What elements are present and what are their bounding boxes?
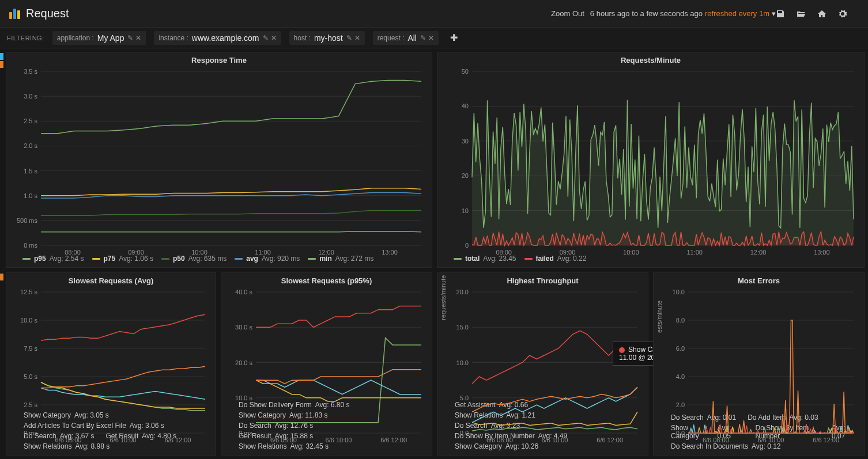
close-icon[interactable]: ✕ <box>354 34 360 42</box>
svg-text:20.0 s: 20.0 s <box>235 359 252 366</box>
filter-key: host : <box>294 34 311 42</box>
panel-slowest-p95: Slowest Requests (p95%) 0 ms10.0 s20.0 s… <box>221 272 432 456</box>
gear-icon[interactable] <box>838 9 859 18</box>
save-icon[interactable] <box>776 9 797 18</box>
svg-text:08:00: 08:00 <box>496 249 512 256</box>
svg-text:30: 30 <box>462 138 469 145</box>
legend-swatch <box>161 258 169 260</box>
page-title: Request <box>26 7 69 20</box>
svg-text:3.5 s: 3.5 s <box>24 68 37 75</box>
edit-icon[interactable]: ✎ <box>263 34 269 42</box>
refresh-interval-label: refreshed every 1m <box>705 9 769 18</box>
svg-text:6/6 12:00: 6/6 12:00 <box>380 437 407 443</box>
chart[interactable]: 0 ms10.0 s20.0 s30.0 s40.0 s6/6 08:006/6… <box>227 289 426 396</box>
legend-swatch <box>235 258 243 260</box>
svg-text:11:00: 11:00 <box>255 249 271 256</box>
filter-key: application : <box>57 34 94 42</box>
folder-open-icon[interactable] <box>797 9 817 18</box>
svg-text:6/6 08:00: 6/6 08:00 <box>270 437 297 443</box>
y-axis-label: requests/minute <box>440 275 447 320</box>
filter-label: FILTERING: <box>7 35 44 41</box>
legend-swatch <box>524 258 533 260</box>
filter-pill[interactable]: instance : www.example.com ✎✕ <box>154 31 281 45</box>
svg-text:40.0 s: 40.0 s <box>235 289 252 295</box>
svg-text:12:00: 12:00 <box>318 249 334 256</box>
filter-bar: FILTERING: application : My App ✎✕instan… <box>0 28 868 48</box>
chart[interactable]: 0 ms500 ms1.0 s1.5 s2.0 s2.5 s3.0 s3.5 s… <box>12 68 426 250</box>
svg-text:20: 20 <box>462 172 469 179</box>
row-handle[interactable] <box>0 61 3 68</box>
svg-text:09:00: 09:00 <box>128 249 144 256</box>
svg-text:08:00: 08:00 <box>65 249 81 256</box>
svg-text:4.0: 4.0 <box>676 373 685 380</box>
filter-key: instance : <box>158 34 188 42</box>
svg-text:09:00: 09:00 <box>560 249 576 256</box>
topbar: Request Zoom Out 6 hours ago to a few se… <box>0 0 868 28</box>
legend-swatch <box>454 258 462 260</box>
panel-title: Requests/Minute <box>437 52 864 66</box>
svg-text:0.0: 0.0 <box>676 430 685 437</box>
svg-text:3.0 s: 3.0 s <box>24 93 37 100</box>
svg-text:10:00: 10:00 <box>191 249 207 256</box>
svg-text:2.5 s: 2.5 s <box>24 401 37 408</box>
chart[interactable]: 0102030405008:0009:0010:0011:0012:0013:0… <box>443 68 858 250</box>
legend-swatch <box>308 258 316 260</box>
svg-text:50: 50 <box>462 68 469 75</box>
svg-text:6/6 08:00: 6/6 08:00 <box>486 437 513 443</box>
svg-text:10.0 s: 10.0 s <box>20 317 37 324</box>
filter-key: request : <box>378 34 405 42</box>
filter-value: All <box>407 33 417 43</box>
row-handle[interactable] <box>0 274 3 280</box>
svg-text:0 ms: 0 ms <box>24 242 37 249</box>
svg-text:0: 0 <box>465 242 469 249</box>
filter-pill[interactable]: application : My App ✎✕ <box>52 31 146 45</box>
svg-text:2.5 s: 2.5 s <box>24 117 37 124</box>
home-icon[interactable] <box>817 9 838 18</box>
svg-text:6/6 10:00: 6/6 10:00 <box>110 437 137 443</box>
panel-errors: Most Errors 0.02.04.06.08.010.06/6 08:00… <box>653 272 865 456</box>
add-filter-button[interactable]: ✚ <box>447 32 461 43</box>
close-icon[interactable]: ✕ <box>271 34 277 42</box>
svg-text:1.5 s: 1.5 s <box>24 168 37 175</box>
svg-text:1.0 s: 1.0 s <box>24 192 37 199</box>
chart[interactable]: 0.02.04.06.08.010.06/6 08:006/6 10:006/6… <box>659 289 858 409</box>
close-icon[interactable]: ✕ <box>135 34 141 42</box>
panel-title: Response Time <box>6 52 432 66</box>
filter-pill[interactable]: host : my-host ✎✕ <box>289 31 365 45</box>
svg-text:15.0: 15.0 <box>456 324 469 331</box>
dashboard: Response Time 0 ms500 ms1.0 s1.5 s2.0 s2… <box>0 48 868 459</box>
svg-text:7.5 s: 7.5 s <box>24 345 37 352</box>
legend-swatch <box>22 258 31 260</box>
chevron-down-icon: ▾ <box>772 9 776 18</box>
chart[interactable]: 0 ms2.5 s5.0 s7.5 s10.0 s12.5 s6/6 08:00… <box>12 289 210 407</box>
legend-swatch <box>92 258 100 260</box>
svg-text:10: 10 <box>462 207 469 214</box>
panel-throughput: Highest Throughput 0.05.010.015.020.06/6… <box>437 272 648 456</box>
svg-text:40: 40 <box>462 103 469 109</box>
svg-text:0 ms: 0 ms <box>239 430 252 437</box>
filter-pill[interactable]: request : All ✎✕ <box>373 31 439 45</box>
logo-icon[interactable] <box>9 9 20 19</box>
row-handle[interactable] <box>0 53 3 60</box>
svg-text:11:00: 11:00 <box>686 249 703 256</box>
time-picker[interactable]: 6 hours ago to a few seconds ago refresh… <box>590 9 776 18</box>
zoom-out-button[interactable]: Zoom Out <box>545 6 590 21</box>
filter-value: www.example.com <box>192 33 259 43</box>
panel-title: Most Errors <box>654 273 864 286</box>
svg-text:6/6 10:00: 6/6 10:00 <box>542 437 568 443</box>
svg-text:10.0: 10.0 <box>673 289 685 295</box>
svg-text:6/6 10:00: 6/6 10:00 <box>326 437 352 443</box>
filter-value: my-host <box>314 33 343 43</box>
svg-text:10:00: 10:00 <box>623 249 639 256</box>
filter-value: My App <box>97 33 124 43</box>
close-icon[interactable]: ✕ <box>428 34 434 42</box>
chart[interactable]: 0.05.010.015.020.06/6 08:006/6 10:006/6 … <box>443 289 642 396</box>
panel-title: Slowest Requests (p95%) <box>221 273 432 286</box>
edit-icon[interactable]: ✎ <box>346 34 352 42</box>
svg-text:6/6 12:00: 6/6 12:00 <box>813 437 839 443</box>
svg-text:5.0: 5.0 <box>460 394 469 401</box>
svg-text:6/6 10:00: 6/6 10:00 <box>758 437 784 443</box>
edit-icon[interactable]: ✎ <box>420 34 426 42</box>
svg-text:13:00: 13:00 <box>814 249 830 256</box>
edit-icon[interactable]: ✎ <box>127 34 133 42</box>
